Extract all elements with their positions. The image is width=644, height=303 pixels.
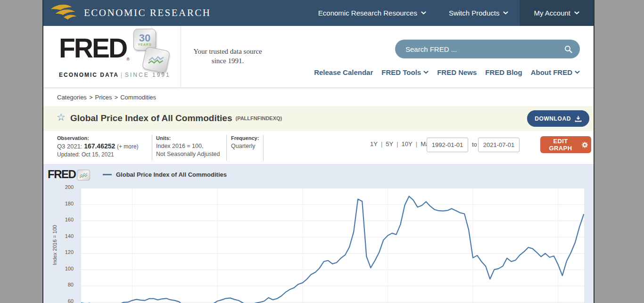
meta-row: Observation: Q3 2021: 167.46252 (+ more)… xyxy=(43,131,594,164)
badge-chart-icon xyxy=(142,46,171,74)
y-tick-label-140: 140 xyxy=(49,233,74,239)
edit-graph-button[interactable]: EDIT GRAPH xyxy=(540,136,591,153)
units-value-line1: Index 2016 = 100, xyxy=(156,142,220,150)
chevron-down-icon xyxy=(421,11,426,15)
observation-label: Observation: xyxy=(57,135,139,141)
topbar-menu-my-account[interactable]: My Account xyxy=(520,0,594,26)
topbar-menus: Economic Research ResourcesSwitch Produc… xyxy=(307,0,594,26)
series-title-band: ☆ Global Price Index of All Commodities(… xyxy=(43,106,594,131)
economic-research-logo[interactable]: ECONOMIC RESEARCH xyxy=(43,0,307,26)
masthead-nav: Release CalendarFRED ToolsFRED NewsFRED … xyxy=(314,68,580,76)
chevron-down-icon xyxy=(423,71,429,74)
topbar-menu-switch-products[interactable]: Switch Products xyxy=(438,0,520,26)
end-date-input[interactable] xyxy=(478,138,520,152)
chevron-down-icon xyxy=(575,71,580,74)
download-icon xyxy=(575,115,582,122)
observation-value-line: Q3 2021: 167.46252 (+ more) xyxy=(57,142,139,150)
fred-logo-word: FRED xyxy=(59,33,126,63)
nav-link-label: Release Calendar xyxy=(314,68,373,76)
tagline-line2: since 1991. xyxy=(183,56,272,66)
chart-legend: Global Price Index of All Commodities xyxy=(103,171,227,178)
nav-link-about-fred[interactable]: About FRED xyxy=(531,68,580,76)
chart-section: FRED Global Price Index of All Commoditi… xyxy=(43,164,594,303)
chevron-down-icon xyxy=(503,11,508,15)
topbar-menu-label: Switch Products xyxy=(449,9,500,17)
y-tick-label-120: 120 xyxy=(49,249,74,255)
page: ECONOMIC RESEARCH Economic Research Reso… xyxy=(42,0,594,303)
range-preset-1y[interactable]: 1Y xyxy=(370,140,378,147)
breadcrumb-prices[interactable]: Prices xyxy=(95,94,112,101)
observation-period: Q3 2021: xyxy=(57,143,83,150)
y-tick-label-60: 60 xyxy=(49,298,74,303)
badge-years-label: YEARS xyxy=(138,43,151,46)
nav-link-fred-tools[interactable]: FRED Tools xyxy=(381,68,429,76)
frequency-block: Frequency: Quarterly xyxy=(231,135,259,150)
breadcrumb-categories[interactable]: Categories xyxy=(57,94,87,101)
frequency-label: Frequency: xyxy=(231,135,259,141)
chart-fred-word: FRED xyxy=(48,169,75,180)
updated-text: Updated: Oct 15, 2021 xyxy=(57,151,139,158)
legend-label: Global Price Index of All Commodities xyxy=(116,171,227,178)
meta-divider-1 xyxy=(152,135,152,161)
chart-logo-icon xyxy=(77,170,90,180)
series-id: (PALLFNFINDEXQ) xyxy=(235,115,282,121)
y-tick-label-100: 100 xyxy=(49,266,74,271)
start-date-input[interactable] xyxy=(427,138,468,152)
masthead: FRED® 30 YEARS ECONOMIC DATA|SINCE 1991 … xyxy=(43,26,594,88)
legend-line-swatch xyxy=(103,174,112,175)
eagle-icon xyxy=(50,3,78,24)
breadcrumb-row: Categories>Prices>Commodities xyxy=(43,88,594,106)
badge-30-number: 30 xyxy=(139,33,150,43)
breadcrumb-separator: > xyxy=(89,94,93,101)
masthead-divider xyxy=(181,26,181,87)
observation-value: 167.46252 xyxy=(84,142,115,150)
breadcrumb: Categories>Prices>Commodities xyxy=(57,94,156,101)
range-preset-10y[interactable]: 10Y xyxy=(402,140,413,147)
subtitle-separator: | xyxy=(121,72,123,78)
frequency-value: Quarterly xyxy=(231,142,259,150)
to-label: to xyxy=(472,141,477,148)
preset-separator: | xyxy=(416,140,417,147)
nav-link-label: FRED Tools xyxy=(381,68,421,76)
economic-data-label: ECONOMIC DATA xyxy=(59,72,119,78)
nav-link-release-calendar[interactable]: Release Calendar xyxy=(314,68,373,76)
units-block: Units: Index 2016 = 100, Not Seasonally … xyxy=(156,135,220,158)
nav-link-label: FRED News xyxy=(437,68,477,76)
nav-link-label: FRED Blog xyxy=(485,68,522,76)
nav-link-label: About FRED xyxy=(531,68,572,76)
search-icon[interactable] xyxy=(564,45,572,53)
search-bar xyxy=(395,40,580,58)
range-preset-5y[interactable]: 5Y xyxy=(386,140,393,147)
chevron-down-icon xyxy=(574,11,579,15)
top-navbar: ECONOMIC RESEARCH Economic Research Reso… xyxy=(43,0,594,26)
preset-separator: | xyxy=(381,140,382,147)
fred-30-years-badge: 30 YEARS xyxy=(133,29,172,76)
gear-icon xyxy=(581,141,588,148)
meta-divider-3 xyxy=(263,135,264,161)
topbar-menu-label: Economic Research Resources xyxy=(318,9,417,17)
breadcrumb-commodities[interactable]: Commodities xyxy=(120,94,156,101)
observation-more-link[interactable]: (+ more) xyxy=(117,143,139,150)
site-tagline: Your trusted data source since 1991. xyxy=(183,47,272,66)
topbar-menu-label: My Account xyxy=(534,9,570,17)
chart-fred-logo: FRED xyxy=(48,169,90,180)
meta-divider-2 xyxy=(226,135,227,161)
fred-logo[interactable]: FRED® xyxy=(59,34,130,62)
nav-link-fred-blog[interactable]: FRED Blog xyxy=(485,68,522,76)
y-axis-title: Index 2016 = 100 xyxy=(52,217,58,273)
y-tick-label-160: 160 xyxy=(49,217,74,222)
series-title-text: Global Price Index of All Commodities xyxy=(70,113,232,123)
edit-graph-label: EDIT GRAPH xyxy=(543,138,578,152)
download-label: DOWNLOAD xyxy=(535,115,571,122)
nav-link-fred-news[interactable]: FRED News xyxy=(437,68,477,76)
price-index-line-chart[interactable] xyxy=(81,188,584,303)
units-value-line2: Not Seasonally Adjusted xyxy=(156,150,220,158)
units-label: Units: xyxy=(156,135,220,141)
registered-mark: ® xyxy=(126,57,130,62)
plot-area[interactable] xyxy=(81,188,584,303)
favorite-star-icon[interactable]: ☆ xyxy=(57,112,66,123)
topbar-menu-economic-research-resources[interactable]: Economic Research Resources xyxy=(307,0,438,26)
search-input[interactable] xyxy=(405,45,564,54)
breadcrumb-separator: > xyxy=(115,94,118,101)
download-button[interactable]: DOWNLOAD xyxy=(527,110,589,127)
